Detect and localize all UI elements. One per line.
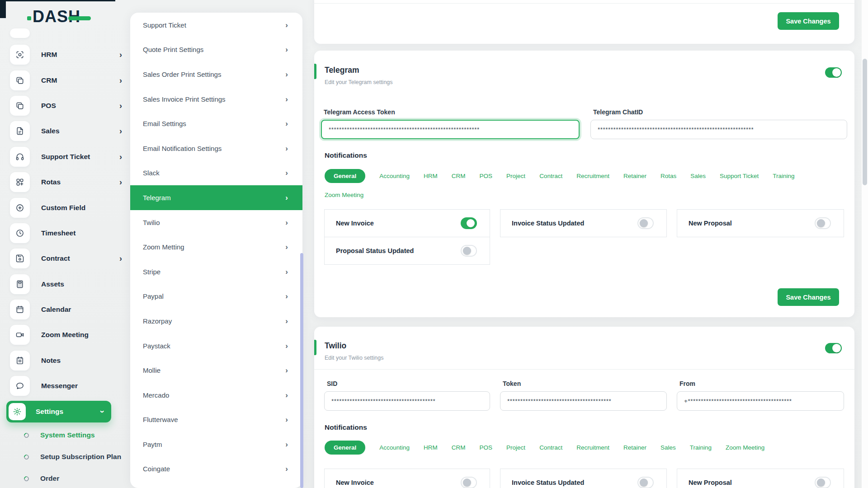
masked-token-input[interactable]: [677, 391, 844, 411]
settings-menu-item[interactable]: Quote Print Settings ›: [130, 38, 302, 62]
sidebar-item[interactable]: HRM ›: [0, 42, 136, 67]
twilio-enabled-toggle[interactable]: [825, 343, 842, 353]
page-scrollbar-thumb[interactable]: [863, 59, 867, 185]
notification-toggle[interactable]: [637, 477, 654, 488]
sidebar-item[interactable]: Contract ›: [0, 246, 136, 271]
chevron-right-icon: ›: [285, 317, 288, 325]
notification-tab[interactable]: CRM: [452, 441, 466, 455]
notification-tab[interactable]: Retainer: [623, 441, 646, 455]
save-button[interactable]: Save Changes: [778, 12, 839, 30]
sidebar-subitem[interactable]: System Settings: [0, 424, 136, 446]
settings-menu-item[interactable]: Flutterwave ›: [130, 408, 302, 432]
notification-toggle[interactable]: [815, 477, 831, 488]
settings-menu-item[interactable]: Paypal ›: [130, 284, 302, 309]
masked-token-input[interactable]: [321, 120, 580, 139]
settings-menu-item[interactable]: Email Notification Settings ›: [130, 136, 302, 161]
notification-toggle-label: New Invoice: [336, 220, 374, 227]
notification-tab[interactable]: HRM: [424, 169, 438, 183]
notification-toggle[interactable]: [637, 217, 654, 229]
notification-toggle-box: Invoice Status Updated: [500, 209, 667, 237]
sidebar-item[interactable]: Assets ›: [0, 272, 136, 297]
page-scrollbar-track[interactable]: [862, 0, 868, 488]
sidebar-subitem[interactable]: Setup Subscription Plan: [0, 446, 136, 468]
card-subtitle: Edit your Telegram settings: [325, 79, 393, 85]
settings-menu-item[interactable]: Slack ›: [130, 161, 302, 186]
sidebar-item[interactable]: Sales ›: [0, 118, 136, 144]
masked-token-input[interactable]: [590, 120, 847, 139]
notification-tab[interactable]: Recruitment: [576, 441, 609, 455]
settings-menu-item[interactable]: Skrill ›: [130, 481, 302, 488]
settings-menu-item[interactable]: Sales Invoice Print Settings ›: [130, 87, 302, 112]
notification-toggle-label: Proposal Status Updated: [336, 247, 414, 254]
telegram-notification-toggles: New Invoice Invoice Status Updated New P…: [324, 210, 844, 265]
notification-tab[interactable]: Accounting: [379, 441, 410, 455]
settings-menu-item[interactable]: Zoom Metting ›: [130, 235, 302, 259]
settings-menu-item[interactable]: Coingate ›: [130, 457, 302, 482]
sidebar-item[interactable]: Calendar ›: [0, 297, 136, 322]
notification-toggle[interactable]: [461, 477, 477, 488]
notification-tab[interactable]: Contract: [539, 441, 562, 455]
notification-tab[interactable]: POS: [480, 441, 493, 455]
sidebar-item[interactable]: Custom Field ›: [0, 195, 136, 220]
notification-toggle[interactable]: [815, 217, 831, 229]
notification-tab[interactable]: Sales: [690, 169, 706, 183]
notification-tab[interactable]: CRM: [452, 169, 466, 183]
settings-menu-item-label: Support Ticket: [143, 21, 285, 29]
save-button[interactable]: Save Changes: [778, 288, 839, 306]
sidebar-item[interactable]: CRM ›: [0, 67, 136, 93]
notification-tab[interactable]: General: [325, 441, 365, 455]
notification-tab[interactable]: HRM: [424, 441, 438, 455]
masked-token-input[interactable]: [500, 391, 667, 411]
notification-tab[interactable]: General: [325, 169, 365, 183]
notification-tab[interactable]: Project: [506, 441, 525, 455]
settings-menu-item[interactable]: Mercado ›: [130, 383, 302, 408]
notification-tab[interactable]: Zoom Meeting: [325, 188, 363, 202]
divider: [314, 369, 854, 370]
sidebar-subitem[interactable]: Order: [0, 468, 136, 488]
settings-menu-item[interactable]: Stripe ›: [130, 259, 302, 284]
settings-menu-item[interactable]: Mollie ›: [130, 358, 302, 383]
settings-menu-item[interactable]: Twilio ›: [130, 210, 302, 235]
notification-tab[interactable]: Sales: [660, 441, 676, 455]
telegram-settings-card: Telegram Edit your Telegram settings Tel…: [314, 51, 854, 317]
notification-tab[interactable]: Retainer: [623, 169, 646, 183]
toggle-knob: [640, 479, 648, 487]
sidebar-item[interactable]: Rotas ›: [0, 169, 136, 195]
notification-tab[interactable]: Accounting: [379, 169, 410, 183]
notification-tab[interactable]: POS: [480, 169, 493, 183]
sidebar-item-label: Assets: [41, 280, 119, 288]
chevron-right-icon: ›: [99, 410, 107, 413]
settings-menu-item[interactable]: Paytm ›: [130, 432, 302, 457]
sidebar-item[interactable]: Notes ›: [0, 348, 136, 373]
notification-tab[interactable]: Training: [773, 169, 794, 183]
telegram-enabled-toggle[interactable]: [825, 67, 842, 78]
notification-tab[interactable]: Project: [506, 169, 525, 183]
settings-menu-item[interactable]: Email Settings ›: [130, 111, 302, 136]
notification-toggle[interactable]: [461, 217, 477, 229]
notification-toggle[interactable]: [461, 245, 477, 257]
sidebar-item[interactable]: Messenger ›: [0, 373, 136, 399]
settings-menu-item-label: Twilio: [143, 219, 285, 226]
notification-tab[interactable]: Zoom Meeting: [726, 441, 764, 455]
app-logo[interactable]: DASH: [27, 7, 91, 26]
panel-scrollbar[interactable]: [300, 253, 303, 488]
notification-tab[interactable]: Recruitment: [576, 169, 609, 183]
sidebar-item[interactable]: Settings ›: [6, 401, 111, 422]
toggle-knob: [817, 219, 825, 227]
field-label: Telegram ChatID: [590, 108, 847, 116]
sidebar-item[interactable]: Timesheet ›: [0, 221, 136, 246]
notification-tab[interactable]: Contract: [539, 169, 562, 183]
settings-menu-item[interactable]: Razorpay ›: [130, 309, 302, 333]
sidebar-item[interactable]: Zoom Meeting ›: [0, 322, 136, 347]
masked-token-input[interactable]: [324, 391, 490, 411]
settings-menu-item[interactable]: Telegram ›: [130, 185, 302, 210]
settings-menu-item[interactable]: Paystack ›: [130, 333, 302, 358]
sidebar-item[interactable]: Support Ticket ›: [0, 144, 136, 169]
notification-tab[interactable]: Rotas: [660, 169, 676, 183]
notification-tab[interactable]: Support Ticket: [720, 169, 759, 183]
toggle-knob: [832, 344, 841, 352]
notification-tab[interactable]: Training: [690, 441, 712, 455]
settings-menu-item[interactable]: Support Ticket ›: [130, 13, 302, 38]
sidebar-item[interactable]: POS ›: [0, 93, 136, 118]
settings-menu-item[interactable]: Sales Order Print Settings ›: [130, 62, 302, 87]
